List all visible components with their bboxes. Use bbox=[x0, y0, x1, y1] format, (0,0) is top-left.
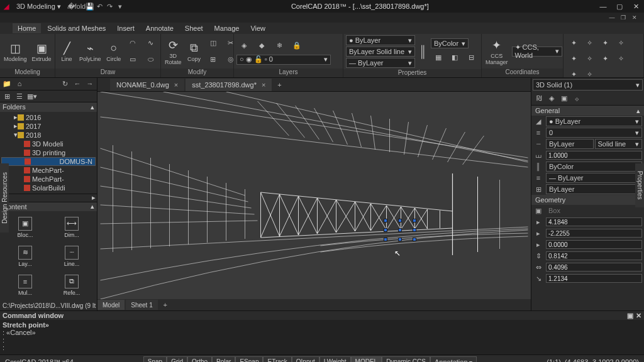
prop-linestyle2[interactable]: Solid line▾ bbox=[595, 139, 643, 149]
prop-linestyle[interactable]: ByLayer bbox=[546, 139, 594, 149]
add-sheet-button[interactable]: + bbox=[159, 299, 172, 311]
coord-icon[interactable]: ✧ bbox=[582, 51, 597, 66]
file-tab-active[interactable]: sst_238017898.dwg*× bbox=[186, 79, 272, 91]
close-tab-icon[interactable]: × bbox=[262, 81, 265, 89]
tree-item[interactable]: 3D Modeli bbox=[1, 140, 96, 148]
coord-icon[interactable]: ✦ bbox=[597, 35, 613, 50]
drawing-canvas[interactable]: ↖ bbox=[97, 92, 531, 299]
tree-item[interactable]: 3D printing bbox=[1, 148, 96, 157]
mdi-minimize-button[interactable]: — bbox=[606, 13, 618, 22]
line-button[interactable]: ╱Line bbox=[58, 40, 75, 63]
prop-icon[interactable]: ▣ bbox=[558, 93, 570, 104]
selection-grip[interactable] bbox=[384, 228, 387, 232]
folders-header[interactable]: Folders▴ bbox=[0, 102, 97, 111]
bycolor-selector[interactable]: ByColor▾ bbox=[431, 38, 469, 48]
array-icon[interactable]: ⊞ bbox=[206, 52, 221, 67]
tree-item[interactable]: MechPart- bbox=[1, 175, 96, 184]
undo-icon[interactable]: ↶ bbox=[95, 1, 105, 11]
content-blocks[interactable]: ▣Bloc... bbox=[3, 214, 48, 241]
color-selector[interactable]: ● ByLayer▾ bbox=[346, 35, 415, 45]
content-header[interactable]: Content▴ bbox=[0, 202, 97, 211]
redo-icon[interactable]: ↷ bbox=[105, 1, 115, 11]
tree-item[interactable]: ▸ 2016 bbox=[1, 113, 96, 122]
content-line[interactable]: ┈Line... bbox=[49, 243, 94, 270]
tab-manage[interactable]: Manage bbox=[209, 23, 245, 33]
fwd-icon[interactable]: → bbox=[84, 78, 96, 89]
tab-view[interactable]: View bbox=[245, 23, 270, 33]
prop-icon[interactable]: ₪ bbox=[533, 93, 545, 104]
selection-type-dropdown[interactable]: 3D Solid (1)▾ bbox=[533, 79, 643, 90]
prop-icon[interactable]: ⊟ bbox=[464, 50, 479, 65]
coord-icon[interactable]: ✧ bbox=[613, 51, 628, 66]
tab-sheet[interactable]: Sheet bbox=[180, 23, 208, 33]
workspace-selector[interactable]: 3D Modeling ▾ bbox=[13, 3, 65, 11]
close-button[interactable]: ✕ bbox=[628, 0, 644, 13]
polar-toggle[interactable]: Polar bbox=[212, 356, 235, 363]
ortho-toggle[interactable]: Ortho bbox=[187, 356, 212, 363]
mdi-restore-button[interactable]: ❐ bbox=[618, 13, 629, 22]
coord-icon[interactable]: ✦ bbox=[566, 35, 581, 50]
polyline-button[interactable]: ⌁PolyLine bbox=[78, 40, 103, 63]
layer-state-icon[interactable]: ◈ bbox=[236, 38, 252, 53]
selection-grip[interactable] bbox=[413, 219, 416, 222]
selection-grip[interactable] bbox=[413, 238, 416, 241]
save-icon[interactable]: 💾 bbox=[85, 1, 95, 11]
tree-item[interactable]: SolarBuildi bbox=[1, 184, 96, 192]
tab-solids[interactable]: Solids and Meshes bbox=[42, 23, 111, 33]
prop-icon[interactable]: ▦ bbox=[431, 50, 446, 65]
file-tab[interactable]: NONAME_0.dwg× bbox=[110, 79, 184, 91]
qinput-toggle[interactable]: QInput bbox=[292, 356, 319, 363]
home-icon[interactable]: ⌂ bbox=[14, 78, 25, 89]
prop-w-input[interactable] bbox=[546, 263, 642, 272]
tab-insert[interactable]: Insert bbox=[112, 23, 140, 33]
browse-icon[interactable]: 📁 bbox=[1, 78, 13, 89]
ccs-world-selector[interactable]: ✦ CCS, World▾ bbox=[512, 47, 562, 57]
selection-grip[interactable] bbox=[413, 228, 416, 232]
design-resources-tab[interactable]: Design Resources bbox=[0, 163, 9, 233]
arc-icon[interactable]: ◠ bbox=[125, 36, 140, 51]
sheet-tab[interactable]: Sheet 1 bbox=[126, 300, 157, 310]
maximize-button[interactable]: ▢ bbox=[611, 0, 628, 13]
lineweight-selector[interactable]: — ByLayer▾ bbox=[346, 58, 415, 68]
dock-icon[interactable]: ▣ bbox=[627, 312, 633, 320]
tab-home[interactable]: Home bbox=[13, 23, 41, 33]
selection-grip[interactable] bbox=[398, 228, 402, 232]
mirror-icon[interactable]: ◫ bbox=[206, 36, 221, 51]
geometry-section[interactable]: Geometry▴ bbox=[531, 195, 644, 205]
properties-side-tab[interactable]: Properties bbox=[635, 163, 644, 207]
selection-grip[interactable] bbox=[384, 219, 387, 222]
selection-grip[interactable] bbox=[384, 238, 387, 241]
model-toggle[interactable]: MODEL bbox=[351, 356, 382, 363]
selection-grip[interactable] bbox=[398, 219, 402, 222]
grid-icon[interactable]: ▦▾ bbox=[26, 90, 38, 102]
general-section[interactable]: General▴ bbox=[531, 106, 644, 116]
command-output[interactable]: Stretch point» : «Cancel» : : bbox=[0, 320, 644, 354]
prop-plot[interactable]: ByLayer▾ bbox=[546, 184, 642, 194]
prop-h-input[interactable] bbox=[546, 251, 642, 260]
coord-icon[interactable]: ✧ bbox=[613, 35, 628, 50]
spline-icon[interactable]: ∿ bbox=[143, 36, 158, 51]
prop-scale-input[interactable] bbox=[546, 151, 642, 160]
layer-lock-icon[interactable]: 🔒 bbox=[289, 38, 304, 53]
circle-button[interactable]: ○Circle bbox=[105, 40, 123, 63]
lweight-toggle[interactable]: LWeight bbox=[319, 356, 351, 363]
prop-x-input[interactable] bbox=[546, 217, 642, 226]
content-ref[interactable]: ⧉Refe... bbox=[49, 272, 94, 299]
rect-icon[interactable]: ▭ bbox=[125, 52, 140, 67]
selection-grip[interactable] bbox=[398, 238, 402, 241]
sheet-tab-model[interactable]: Model bbox=[97, 300, 125, 310]
refresh-icon[interactable]: ↻ bbox=[59, 78, 70, 89]
tab-annotate[interactable]: Annotate bbox=[141, 23, 179, 33]
ellipse-icon[interactable]: ⬭ bbox=[143, 52, 158, 67]
scroll-right-icon[interactable]: ▸ bbox=[92, 194, 96, 202]
content-multi[interactable]: ≡Mul... bbox=[3, 272, 48, 299]
coord-icon[interactable]: ✧ bbox=[582, 35, 597, 50]
grid-toggle[interactable]: Grid bbox=[167, 356, 187, 363]
tree-icon[interactable]: ⊞ bbox=[1, 90, 13, 102]
prop-icon[interactable]: ◈ bbox=[546, 93, 557, 104]
prop-color[interactable]: ● ByLayer▾ bbox=[546, 116, 642, 126]
tree-item[interactable]: ▾ 2018 bbox=[1, 131, 96, 140]
scale-label[interactable]: (1:1) bbox=[547, 358, 561, 363]
etrack-toggle[interactable]: ETrack bbox=[263, 356, 291, 363]
prop-z-input[interactable] bbox=[546, 240, 642, 249]
